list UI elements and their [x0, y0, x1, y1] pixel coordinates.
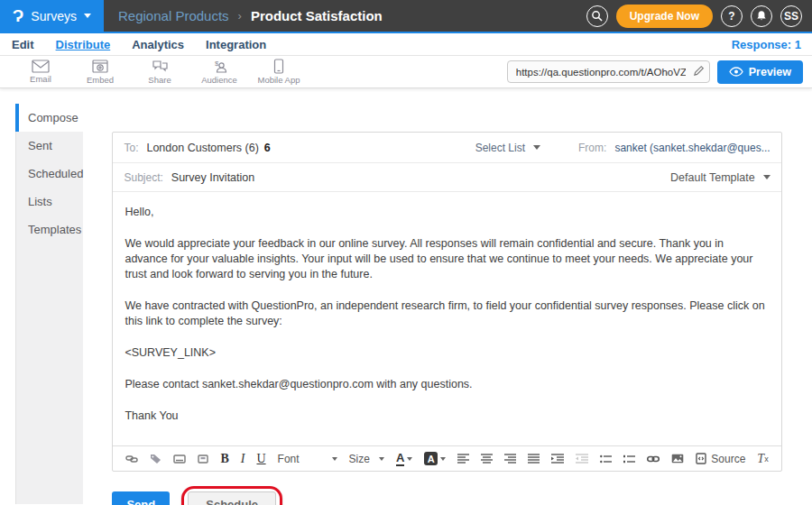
font-dropdown[interactable]: Font — [278, 453, 337, 465]
to-label: To: — [124, 142, 138, 154]
share-icon — [152, 60, 169, 74]
email-sidebar: Compose Sent Scheduled Lists Templates — [15, 104, 83, 504]
sidebar-item-lists[interactable]: Lists — [15, 188, 83, 216]
from-group: From: sanket (sanket.shekdar@ques... — [578, 142, 770, 154]
italic-button[interactable]: I — [241, 452, 245, 466]
numbered-list-button[interactable] — [623, 454, 635, 464]
chevron-down-icon — [763, 175, 770, 179]
insert-link-field-button[interactable] — [125, 454, 138, 464]
survey-nav: Edit Distribute Analytics Integration Re… — [0, 33, 812, 56]
tab-edit[interactable]: Edit — [12, 38, 34, 51]
source-button[interactable]: Source — [696, 453, 745, 465]
tab-integration[interactable]: Integration — [206, 38, 266, 51]
tab-distribute[interactable]: Distribute — [56, 38, 111, 51]
bold-button[interactable]: B — [220, 452, 228, 466]
align-right-button[interactable] — [504, 454, 516, 464]
chevron-down-icon — [379, 457, 384, 461]
bullet-list-icon — [600, 454, 612, 464]
from-email-value[interactable]: sanket (sanket.shekdar@ques... — [614, 142, 770, 154]
action-buttons: Send Schedule — [112, 486, 781, 505]
insert-button-button[interactable] — [198, 454, 208, 464]
to-row: To: London Customers (6) 6 Select List F… — [113, 133, 780, 163]
email-body-editor[interactable]: Hello, We would appreciate your feedback… — [113, 192, 780, 445]
body-paragraph: We would appreciate your feedback in our… — [125, 236, 769, 282]
embed-icon — [92, 60, 108, 74]
text-color-icon: A — [396, 452, 404, 466]
email-icon — [32, 60, 50, 73]
subject-label: Subject: — [124, 171, 162, 184]
sidebar-item-scheduled[interactable]: Scheduled — [15, 160, 83, 188]
compose-panel: To: London Customers (6) 6 Select List F… — [83, 88, 812, 504]
main-area: Compose Sent Scheduled Lists Templates T… — [0, 88, 812, 504]
search-button[interactable] — [586, 5, 608, 27]
recipient-count: 6 — [264, 142, 271, 154]
outdent-button[interactable] — [576, 454, 588, 464]
survey-url-group — [507, 60, 710, 83]
size-dropdown[interactable]: Size — [349, 453, 384, 465]
sidebar-item-templates[interactable]: Templates — [15, 216, 83, 243]
user-avatar[interactable]: SS — [780, 5, 802, 27]
subject-value[interactable]: Survey Invitation — [171, 171, 254, 184]
justify-button[interactable] — [528, 454, 540, 464]
channel-audience[interactable]: $ Audience — [189, 60, 249, 85]
search-icon — [591, 10, 603, 22]
rich-text-toolbar: B I U Font Size A A — [113, 445, 780, 471]
send-button[interactable]: Send — [112, 491, 170, 505]
insert-field-button[interactable] — [173, 454, 186, 464]
underline-button[interactable]: U — [256, 452, 265, 466]
questionpro-logo-icon: Ɂ — [13, 7, 23, 24]
breadcrumb-folder-link[interactable]: Regional Products — [118, 8, 229, 23]
sidebar-item-sent[interactable]: Sent — [15, 132, 83, 160]
header-actions: Upgrade Now ? SS — [586, 0, 802, 32]
body-paragraph: We have contracted with QuestionPro, an … — [125, 298, 769, 329]
survey-url-input[interactable] — [507, 60, 710, 83]
subject-row: Subject: Survey Invitation Default Templ… — [113, 163, 780, 192]
response-count: Response: 1 — [732, 38, 801, 51]
bullet-list-button[interactable] — [600, 454, 612, 464]
edit-url-button[interactable] — [693, 65, 705, 79]
to-list-value[interactable]: London Customers (6) — [146, 142, 258, 154]
channel-mobile-app[interactable]: Mobile App — [249, 59, 309, 85]
insert-tag-button[interactable] — [150, 454, 161, 464]
sidebar-item-compose[interactable]: Compose — [15, 104, 83, 132]
upgrade-now-button[interactable]: Upgrade Now — [616, 5, 713, 28]
indent-icon — [551, 454, 564, 464]
source-icon — [696, 453, 706, 464]
align-center-button[interactable] — [481, 454, 493, 464]
tab-analytics[interactable]: Analytics — [132, 38, 184, 51]
insert-hyperlink-button[interactable] — [647, 455, 660, 463]
background-color-button[interactable]: A — [424, 452, 446, 465]
align-left-button[interactable] — [457, 454, 469, 464]
text-field-icon — [173, 454, 186, 464]
channel-share[interactable]: Share — [130, 60, 189, 85]
channel-email[interactable]: Email — [11, 60, 70, 84]
chevron-down-icon — [332, 457, 337, 461]
body-paragraph: Please contact sanket.shekdar@questionpr… — [125, 377, 769, 392]
insert-image-button[interactable] — [671, 454, 684, 464]
indent-button[interactable] — [551, 454, 564, 464]
distribute-toolbar: Email Embed Share $ Audience Mobile App … — [0, 56, 812, 88]
select-list-dropdown[interactable]: Select List — [475, 142, 540, 154]
bell-icon — [756, 10, 767, 22]
template-dropdown[interactable]: Default Template — [670, 171, 770, 184]
schedule-button[interactable]: Schedule — [188, 491, 276, 505]
body-paragraph: Thank You — [125, 409, 769, 424]
surveys-menu[interactable]: Ɂ Surveys — [0, 0, 104, 32]
notifications-button[interactable] — [751, 5, 772, 27]
preview-button[interactable]: Preview — [717, 60, 803, 84]
button-icon — [198, 454, 208, 464]
chevron-down-icon — [440, 457, 446, 461]
remove-format-button[interactable]: Tx — [757, 452, 768, 466]
from-label: From: — [578, 142, 606, 154]
text-color-button[interactable]: A — [396, 452, 412, 466]
breadcrumb: Regional Products › Product Satisfaction — [118, 0, 383, 32]
tag-icon — [150, 454, 161, 464]
channel-embed[interactable]: Embed — [70, 60, 130, 85]
body-paragraph: <SURVEY_LINK> — [125, 345, 769, 361]
eye-icon — [729, 67, 743, 77]
image-icon — [671, 454, 684, 464]
background-color-icon: A — [424, 452, 438, 465]
help-button[interactable]: ? — [721, 5, 743, 27]
surveys-menu-label: Surveys — [31, 9, 77, 23]
outdent-icon — [576, 454, 588, 464]
